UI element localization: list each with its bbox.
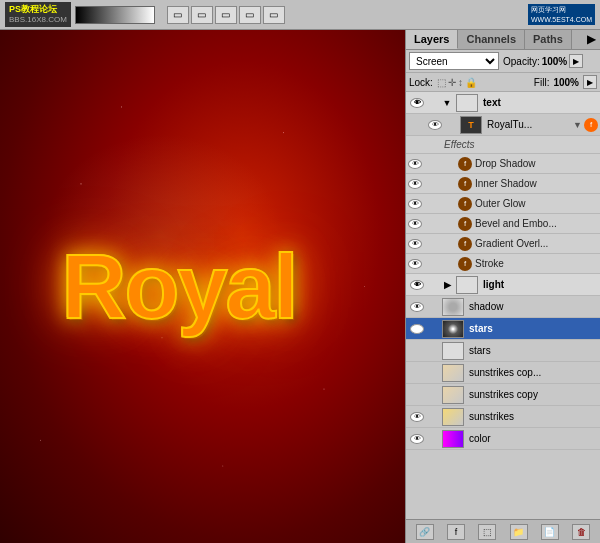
thumb-col-color: [440, 429, 466, 449]
fill-arrow[interactable]: ▶: [583, 75, 597, 89]
tab-layers[interactable]: Layers: [406, 30, 458, 49]
eye-shadow[interactable]: 👁: [408, 302, 426, 312]
effect-icon-stroke: f: [458, 257, 472, 271]
eye-stroke[interactable]: 👁: [406, 259, 424, 269]
content-area: Royal Layers Channels Paths ▶ Screen Nor…: [0, 30, 600, 543]
gradient-bar[interactable]: [75, 6, 155, 24]
blend-row: Screen Normal Multiply Opacity: 100% ▶: [406, 50, 600, 73]
eye-icon-bevel: 👁: [408, 219, 422, 229]
layer-effects-btn[interactable]: f: [447, 524, 465, 540]
layer-row-stars2[interactable]: stars: [406, 340, 600, 362]
eye-bevel[interactable]: 👁: [406, 219, 424, 229]
logo-area: PS教程论坛 BBS.16X8.COM: [5, 2, 71, 26]
arrow-royaltu[interactable]: ▼: [573, 120, 582, 130]
expand-light[interactable]: ▶: [440, 280, 454, 290]
eye-stars-sel[interactable]: 👁: [408, 324, 426, 334]
effect-icon-bevel: f: [458, 217, 472, 231]
effect-row-drop-shadow[interactable]: 👁 f Drop Shadow: [406, 154, 600, 174]
lock-icon-1[interactable]: ⬚: [437, 77, 446, 88]
fx-icon-royaltu: f: [584, 118, 598, 132]
thumb-col-text: [454, 93, 480, 113]
thumb-sunstrikes: [442, 408, 464, 426]
effect-row-bevel[interactable]: 👁 f Bevel and Embo...: [406, 214, 600, 234]
eye-outer-glow[interactable]: 👁: [406, 199, 424, 209]
layer-row-sunstrikes-cop[interactable]: sunstrikes cop...: [406, 362, 600, 384]
layer-row-sunstrikes-copy[interactable]: sunstrikes copy: [406, 384, 600, 406]
layer-name-stars2: stars: [466, 345, 598, 356]
eye-icon-shadow: 👁: [410, 302, 424, 312]
layer-row-stars-selected[interactable]: 👁 stars: [406, 318, 600, 340]
effect-name-gradient: Gradient Overl...: [475, 238, 548, 249]
expand-text-group[interactable]: ▼: [440, 98, 454, 108]
toolbar-icon-rect5[interactable]: ▭: [263, 6, 285, 24]
eye-gradient[interactable]: 👁: [406, 239, 424, 249]
eye-icon-outer-glow: 👁: [408, 199, 422, 209]
panel-bottom: 🔗 f ⬚ 📁 📄 🗑: [406, 519, 600, 543]
eye-icon-stars-sel: 👁: [410, 324, 424, 334]
top-right-badge: 网页学习网 WWW.5EST4.COM: [528, 4, 595, 24]
effect-row-outer-glow[interactable]: 👁 f Outer Glow: [406, 194, 600, 214]
tab-paths[interactable]: Paths: [525, 30, 572, 49]
thumb-col-shadow: [440, 297, 466, 317]
layer-list[interactable]: 👁 ▼ text 👁 T RoyalTu... ▼: [406, 92, 600, 519]
logo-top: PS教程论坛: [9, 4, 67, 15]
effect-row-gradient[interactable]: 👁 f Gradient Overl...: [406, 234, 600, 254]
new-group-btn[interactable]: 📁: [510, 524, 528, 540]
toolbar-icon-rect4[interactable]: ▭: [239, 6, 261, 24]
thumb-text-group: [456, 94, 478, 112]
layer-row-text-group[interactable]: 👁 ▼ text: [406, 92, 600, 114]
layer-row-shadow[interactable]: 👁 shadow: [406, 296, 600, 318]
lock-icon-3[interactable]: ↕: [458, 77, 463, 88]
layer-row-effects-label: Effects: [406, 136, 600, 154]
layer-name-royaltu: RoyalTu...: [484, 119, 573, 130]
fill-value: 100%: [553, 77, 579, 88]
layer-name-sunstrikes: sunstrikes: [466, 411, 598, 422]
toolbar-icon-rect2[interactable]: ▭: [191, 6, 213, 24]
lock-label: Lock:: [409, 77, 433, 88]
eye-icon-color: 👁: [410, 434, 424, 444]
eye-inner-shadow[interactable]: 👁: [406, 179, 424, 189]
layer-row-royaltu[interactable]: 👁 T RoyalTu... ▼ f: [406, 114, 600, 136]
thumb-shadow: [442, 298, 464, 316]
toolbar-icon-rect[interactable]: ▭: [167, 6, 189, 24]
new-layer-btn[interactable]: 📄: [541, 524, 559, 540]
thumb-light-group: [456, 276, 478, 294]
thumb-stars2: [442, 342, 464, 360]
link-layers-btn[interactable]: 🔗: [416, 524, 434, 540]
opacity-arrow[interactable]: ▶: [569, 54, 583, 68]
layer-name-sunstrikes-cop: sunstrikes cop...: [466, 367, 598, 378]
effect-icon-drop-shadow: f: [458, 157, 472, 171]
effect-row-inner-shadow[interactable]: 👁 f Inner Shadow: [406, 174, 600, 194]
eye-sunstrikes[interactable]: 👁: [408, 412, 426, 422]
lock-icon-2[interactable]: ✛: [448, 77, 456, 88]
eye-text-group[interactable]: 👁: [408, 98, 426, 108]
eye-drop-shadow[interactable]: 👁: [406, 159, 424, 169]
effect-row-stroke[interactable]: 👁 f Stroke: [406, 254, 600, 274]
thumb-stars-sel: [442, 320, 464, 338]
eye-icon-sunstrikes: 👁: [410, 412, 424, 422]
eye-icon-royaltu: 👁: [428, 120, 442, 130]
layer-row-color[interactable]: 👁 color: [406, 428, 600, 450]
eye-royaltu[interactable]: 👁: [426, 120, 444, 130]
blend-mode-select[interactable]: Screen Normal Multiply: [409, 52, 499, 70]
eye-light-group[interactable]: 👁: [408, 280, 426, 290]
thumb-sunstrikes-copy: [442, 386, 464, 404]
layer-mask-btn[interactable]: ⬚: [478, 524, 496, 540]
lock-icon-4[interactable]: 🔒: [465, 77, 477, 88]
eye-icon-drop-shadow: 👁: [408, 159, 422, 169]
layer-row-light-group[interactable]: 👁 ▶ light: [406, 274, 600, 296]
opacity-value: 100%: [542, 56, 568, 67]
toolbar-icon-rect3[interactable]: ▭: [215, 6, 237, 24]
eye-icon: 👁: [410, 98, 424, 108]
canvas-area: Royal: [0, 30, 405, 543]
eye-icon-inner-shadow: 👁: [408, 179, 422, 189]
panel-menu-btn[interactable]: ▶: [583, 30, 600, 49]
tab-channels[interactable]: Channels: [458, 30, 525, 49]
main-container: PS教程论坛 BBS.16X8.COM ▭ ▭ ▭ ▭ ▭ 网页学习网 WWW.…: [0, 0, 600, 543]
thumb-sunstrikes-cop: [442, 364, 464, 382]
layer-row-sunstrikes[interactable]: 👁 sunstrikes: [406, 406, 600, 428]
eye-color[interactable]: 👁: [408, 434, 426, 444]
lock-row: Lock: ⬚ ✛ ↕ 🔒 Fill: 100% ▶: [406, 73, 600, 92]
layer-name-text-group: text: [480, 97, 598, 108]
delete-layer-btn[interactable]: 🗑: [572, 524, 590, 540]
